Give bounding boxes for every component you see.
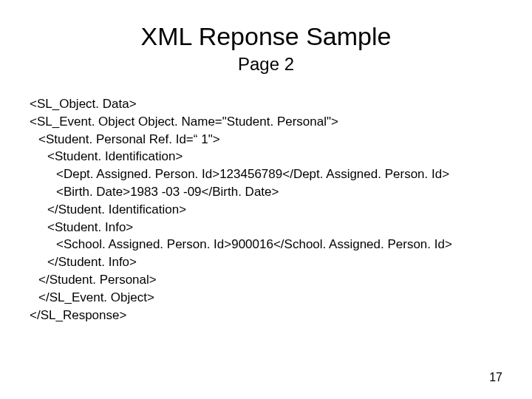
- code-line: </SL_Event. Object>: [30, 289, 502, 307]
- code-line: <Student. Info>: [30, 219, 502, 236]
- slide-container: XML Reponse Sample Page 2 <SL_Object. Da…: [0, 0, 532, 399]
- code-line: <Student. Personal Ref. Id=“ 1">: [30, 131, 502, 149]
- code-line: </Student. Personal>: [30, 271, 502, 289]
- code-line: </Student. Identification>: [30, 201, 502, 219]
- slide-subtitle: Page 2: [30, 54, 502, 75]
- code-line: <SL_Object. Data>: [30, 95, 502, 113]
- slide-title: XML Reponse Sample: [30, 22, 502, 51]
- code-line: </SL_Response>: [30, 307, 502, 324]
- code-line: <Birth. Date>1983 -03 -09</Birth. Date>: [30, 183, 502, 201]
- xml-code-block: <SL_Object. Data><SL_Event. Object Objec…: [30, 95, 502, 324]
- code-line: <School. Assigned. Person. Id>900016</Sc…: [30, 236, 502, 253]
- code-line: <Student. Identification>: [30, 148, 502, 166]
- code-line: </Student. Info>: [30, 253, 502, 271]
- page-number: 17: [489, 371, 502, 384]
- code-line: <SL_Event. Object Object. Name="Student.…: [30, 113, 502, 131]
- code-line: <Dept. Assigned. Person. Id>123456789</D…: [30, 166, 502, 183]
